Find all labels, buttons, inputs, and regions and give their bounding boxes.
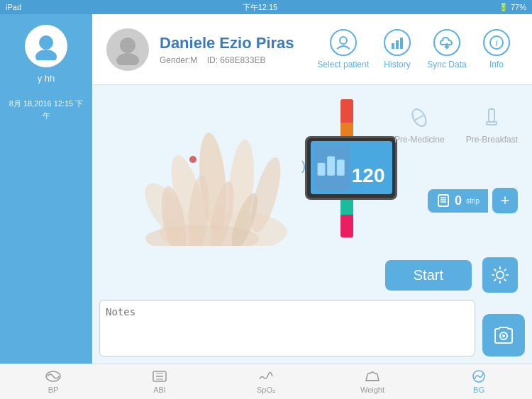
info-label: Info [489, 60, 504, 69]
svg-point-44 [502, 335, 505, 337]
bottom-nav: BP ABI SpO₂ Weight BG [0, 364, 532, 399]
device-screen: 120 [311, 141, 392, 194]
weight-icon [364, 369, 381, 383]
history-icon [384, 29, 411, 56]
camera-icon [493, 326, 514, 344]
camera-button[interactable] [482, 314, 525, 356]
nav-item-weight[interactable]: Weight [319, 369, 426, 394]
select-patient-icon [330, 29, 357, 56]
device-display-icon [314, 148, 350, 187]
strip-icon [436, 193, 450, 208]
sidebar-avatar[interactable] [25, 25, 67, 67]
patient-header: Daniele Ezio Piras Gender:M ID: 668E833E… [92, 14, 532, 85]
status-time: 下午12:15 [243, 2, 278, 13]
header-actions: Select patient History Sync Data [317, 29, 518, 69]
sync-data-icon [433, 29, 460, 56]
strip-box: 0 strip [428, 189, 488, 213]
start-button[interactable]: Start [385, 260, 472, 291]
info-circle-icon: i [489, 35, 504, 50]
svg-point-4 [340, 37, 347, 44]
svg-point-0 [39, 35, 53, 50]
svg-rect-30 [438, 195, 448, 206]
person-icon [336, 35, 351, 50]
svg-line-26 [415, 116, 423, 120]
settings-button[interactable] [482, 257, 518, 293]
svg-point-1 [35, 50, 57, 60]
nav-label-spo2: SpO₂ [257, 386, 275, 395]
svg-line-40 [504, 279, 506, 281]
notes-area [92, 300, 532, 364]
history-label: History [384, 60, 410, 69]
glucose-meter-device: 120 [305, 136, 397, 200]
patient-details: Gender:M ID: 668E833EB [160, 55, 317, 65]
sync-data-button[interactable]: Sync Data [426, 29, 468, 69]
pre-breakfast-item[interactable]: Pre-Breakfast [466, 106, 518, 145]
nav-item-spo2[interactable]: SpO₂ [213, 369, 319, 395]
patient-avatar [106, 28, 149, 71]
sidebar-datetime: 8月 18,2016 12:15 下午 [0, 98, 92, 121]
info-icon: i [483, 29, 510, 56]
bg-icon [470, 369, 487, 383]
status-battery: 🔋 77% [499, 3, 526, 12]
svg-rect-6 [396, 40, 399, 49]
chart-icon [389, 35, 405, 50]
patient-name: Daniele Ezio Piras [160, 34, 317, 52]
select-patient-label: Select patient [317, 60, 369, 69]
cloud-icon [439, 35, 455, 50]
breakfast-icon [480, 106, 503, 129]
svg-rect-27 [489, 109, 494, 122]
strip-label: strip [466, 197, 480, 205]
svg-point-16 [189, 156, 196, 163]
svg-rect-22 [317, 163, 325, 176]
svg-text:i: i [496, 38, 499, 48]
gear-icon [490, 265, 510, 285]
history-button[interactable]: History [376, 29, 419, 69]
patient-info: Daniele Ezio Piras Gender:M ID: 668E833E… [160, 34, 317, 65]
strip-count: 0 [455, 193, 462, 208]
abi-icon [151, 369, 168, 383]
patient-id: ID: 668E833EB [207, 55, 266, 65]
nav-item-bp[interactable]: BP [0, 369, 106, 394]
nav-label-bg: BG [473, 386, 484, 394]
medicine-icon [408, 106, 431, 129]
pre-breakfast-label: Pre-Breakfast [466, 135, 518, 145]
strip-counter: 0 strip + [428, 188, 518, 213]
svg-line-41 [504, 269, 506, 271]
pre-medicine-item[interactable]: Pre-Medicine [394, 106, 445, 145]
svg-rect-23 [327, 157, 335, 176]
nav-label-abi: ABI [153, 386, 166, 394]
nav-label-weight: Weight [360, 386, 384, 394]
nav-item-abi[interactable]: ABI [106, 369, 213, 394]
main-content: ))) 120 Pre- [92, 85, 532, 364]
svg-line-39 [494, 269, 497, 271]
patient-avatar-icon [112, 33, 144, 65]
action-row: Start [92, 250, 532, 300]
svg-rect-7 [400, 38, 403, 49]
strip-add-button[interactable]: + [492, 188, 518, 213]
svg-rect-28 [487, 122, 497, 125]
sync-data-label: Sync Data [427, 60, 466, 69]
svg-point-34 [497, 271, 504, 279]
status-bar: iPad 下午12:15 🔋 77% [0, 0, 532, 14]
bp-icon [45, 369, 62, 383]
svg-line-42 [494, 279, 497, 281]
meal-icons-area: Pre-Medicine Pre-Breakfast [394, 106, 518, 145]
svg-point-2 [120, 38, 135, 53]
pre-medicine-label: Pre-Medicine [394, 135, 445, 145]
measurement-area: ))) 120 Pre- [92, 85, 532, 250]
sidebar: y hh 8月 18,2016 12:15 下午 [0, 14, 92, 364]
spo2-icon [257, 369, 275, 383]
nav-item-bg[interactable]: BG [426, 369, 532, 394]
status-left: iPad [6, 3, 21, 11]
glucose-reading: 120 [352, 164, 385, 187]
svg-point-3 [116, 53, 139, 65]
notes-input[interactable] [99, 300, 475, 356]
info-button[interactable]: i Info [475, 29, 518, 69]
patient-gender: Gender:M [160, 55, 197, 65]
nav-label-bp: BP [48, 386, 59, 394]
user-avatar-icon [32, 32, 60, 60]
svg-rect-5 [392, 43, 394, 49]
sidebar-username: y hh [38, 73, 55, 84]
select-patient-button[interactable]: Select patient [317, 29, 369, 69]
svg-rect-24 [336, 159, 344, 176]
